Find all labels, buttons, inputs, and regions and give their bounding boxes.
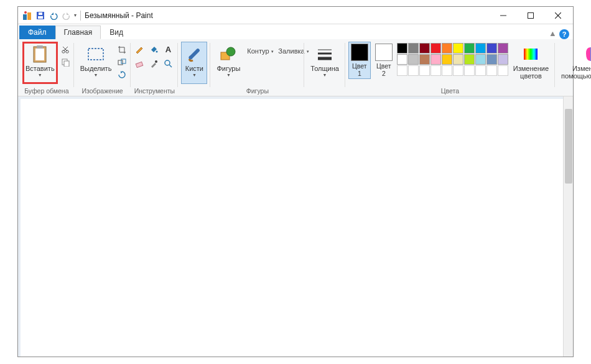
pencil-icon[interactable]	[134, 44, 145, 55]
outline-button[interactable]: Контур▾	[245, 47, 270, 55]
chevron-down-icon: ▼	[192, 73, 197, 77]
svg-rect-5	[39, 12, 42, 15]
scrollbar-thumb[interactable]	[565, 109, 572, 184]
color-swatch[interactable]	[464, 54, 475, 65]
color-swatch-empty[interactable]	[453, 65, 463, 76]
paint3d-button[interactable]: Изменить с помощью Paint 3D	[558, 42, 591, 84]
vertical-scrollbar[interactable]	[563, 96, 573, 357]
eraser-icon[interactable]	[134, 58, 145, 69]
color-swatch-empty[interactable]	[408, 65, 419, 76]
color-swatch-empty[interactable]	[464, 65, 475, 76]
picker-icon[interactable]	[148, 58, 159, 69]
svg-rect-33	[524, 49, 537, 60]
qat-dropdown-icon[interactable]: ▾	[74, 12, 77, 18]
resize-icon[interactable]	[116, 57, 128, 68]
color-swatch[interactable]	[408, 54, 419, 65]
magnifier-icon[interactable]	[162, 58, 174, 69]
select-button[interactable]: Выделить ▼	[77, 42, 115, 84]
rotate-icon[interactable]	[116, 69, 128, 80]
color-swatch[interactable]	[486, 54, 497, 65]
undo-icon[interactable]	[48, 10, 59, 21]
color1-swatch	[351, 44, 368, 61]
tab-file[interactable]: Файл	[19, 26, 55, 39]
color-swatch[interactable]	[419, 43, 430, 54]
color-swatch[interactable]	[430, 43, 441, 54]
color-swatch[interactable]	[498, 43, 508, 54]
minimize-button[interactable]	[490, 7, 517, 24]
color-swatch[interactable]	[498, 54, 508, 65]
shapes-button[interactable]: Фигуры ▼	[213, 42, 243, 84]
window-controls	[490, 7, 572, 24]
color-swatch-empty[interactable]	[430, 65, 441, 76]
crop-icon[interactable]	[116, 44, 128, 55]
color-swatch[interactable]	[430, 54, 441, 65]
tab-home[interactable]: Главная	[55, 26, 101, 39]
paste-label: Вставить	[26, 65, 55, 72]
color-swatch[interactable]	[408, 43, 419, 54]
color-swatch[interactable]	[397, 54, 407, 65]
color1-button[interactable]: Цвет 1	[348, 42, 371, 79]
group-label-shapes: Фигуры	[246, 86, 269, 96]
group-shapes: Фигуры ▼ Контур▾ Заливка▾ Фигуры	[210, 40, 304, 96]
color-swatch-empty[interactable]	[486, 65, 497, 76]
color-swatch[interactable]	[442, 43, 452, 54]
group-paint3d: Изменить с помощью Paint 3D	[555, 40, 591, 96]
separator	[80, 11, 81, 21]
color-swatch[interactable]	[486, 43, 497, 54]
save-icon[interactable]	[35, 10, 46, 21]
canvas-area	[18, 96, 573, 357]
close-button[interactable]	[544, 7, 572, 24]
group-label-clipboard: Буфер обмена	[24, 86, 68, 96]
color-swatch[interactable]	[453, 43, 463, 54]
color-swatch[interactable]	[475, 54, 486, 65]
edit-colors-button[interactable]: Изменение цветов	[510, 42, 552, 84]
chevron-down-icon: ▼	[323, 73, 327, 77]
copy-icon[interactable]	[60, 57, 71, 68]
group-clipboard: Вставить ▼ Буфер обмена	[19, 40, 74, 96]
color-swatch[interactable]	[464, 43, 475, 54]
brushes-button[interactable]: Кисти ▼	[181, 42, 207, 84]
size-button[interactable]: Толщина ▼	[307, 42, 342, 84]
group-label-colors: Цвета	[441, 86, 459, 96]
clipboard-icon	[30, 44, 50, 64]
color-swatch-empty[interactable]	[442, 65, 452, 76]
paste-button[interactable]: Вставить ▼	[22, 42, 58, 84]
redo-icon[interactable]	[61, 10, 72, 21]
svg-rect-18	[64, 61, 69, 67]
color-swatch[interactable]	[442, 54, 452, 65]
chevron-down-icon: ▼	[38, 73, 42, 77]
help-icon[interactable]: ?	[559, 29, 569, 39]
maximize-button[interactable]	[517, 7, 544, 24]
color-swatch-empty[interactable]	[498, 65, 508, 76]
tab-view[interactable]: Вид	[101, 26, 132, 39]
color-swatch[interactable]	[397, 43, 407, 54]
group-image: Выделить ▼ Изображение	[74, 40, 131, 96]
fill-button[interactable]: Заливка▾	[276, 47, 301, 55]
select-rect-icon	[86, 44, 106, 64]
shapes-label: Фигуры	[216, 65, 240, 72]
svg-point-22	[156, 51, 158, 53]
color-swatch-empty[interactable]	[475, 65, 486, 76]
tools-grid: A	[134, 42, 175, 70]
color-swatch[interactable]	[419, 54, 430, 65]
color-swatch-empty[interactable]	[419, 65, 430, 76]
ribbon-tabs: Файл Главная Вид ⯅ ?	[18, 24, 573, 39]
collapse-ribbon-icon[interactable]: ⯅	[550, 31, 556, 37]
quick-access-toolbar: ▾	[19, 10, 77, 21]
brushes-label: Кисти	[185, 65, 203, 72]
app-window: ▾ Безымянный - Paint Файл Главная Вид ⯅ …	[17, 6, 574, 357]
color2-button[interactable]: Цвет 2	[373, 42, 395, 79]
brush-icon	[184, 44, 204, 64]
cut-icon[interactable]	[60, 44, 71, 55]
color-swatch[interactable]	[475, 43, 486, 54]
window-title: Безымянный - Paint	[85, 11, 153, 20]
titlebar: ▾ Безымянный - Paint	[18, 7, 573, 24]
svg-rect-1	[27, 12, 31, 20]
text-icon[interactable]: A	[162, 44, 174, 55]
group-brushes: Кисти ▼	[178, 40, 210, 96]
color-swatch[interactable]	[453, 54, 463, 65]
fill-icon[interactable]	[148, 44, 159, 55]
size-label: Толщина	[310, 65, 339, 72]
color-swatch-empty[interactable]	[397, 65, 407, 76]
canvas[interactable]	[21, 99, 565, 357]
